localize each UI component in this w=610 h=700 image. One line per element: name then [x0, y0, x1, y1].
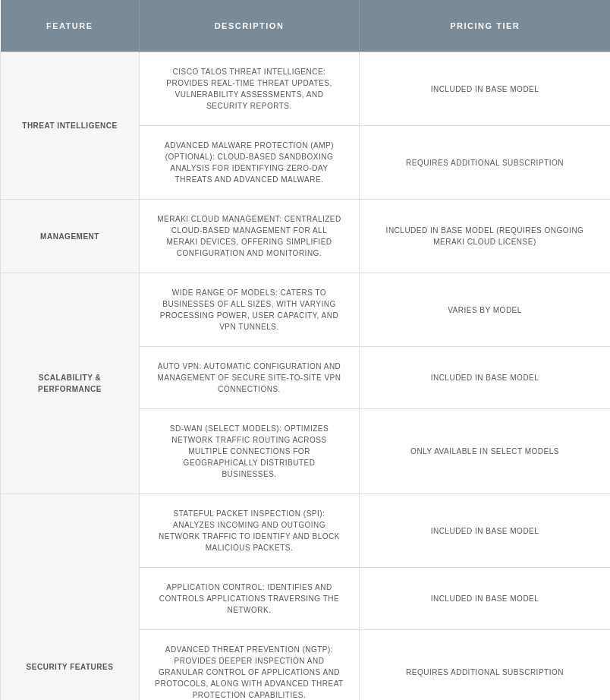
category-3: SECURITY FEATURES: [1, 494, 140, 701]
pricing-0-0: INCLUDED IN BASE MODEL: [360, 52, 611, 126]
header-description: DESCRIPTION: [140, 0, 360, 52]
pricing-2-2: ONLY AVAILABLE IN SELECT MODELS: [360, 409, 611, 494]
table-row: THREAT INTELLIGENCECISCO TALOS THREAT IN…: [1, 52, 611, 126]
table-row: SCALABILITY & PERFORMANCEWIDE RANGE OF M…: [1, 273, 611, 347]
header-row: FEATURE DESCRIPTION PRICING TIER: [1, 0, 611, 52]
table-row: SECURITY FEATURESSTATEFUL PACKET INSPECT…: [1, 494, 611, 568]
header-pricing: PRICING TIER: [360, 0, 611, 52]
description-2-1: AUTO VPN: AUTOMATIC CONFIGURATION AND MA…: [140, 347, 360, 409]
description-2-0: WIDE RANGE OF MODELS: CATERS TO BUSINESS…: [140, 273, 360, 347]
table-row: MANAGEMENTMERAKI CLOUD MANAGEMENT: CENTR…: [1, 200, 611, 273]
description-3-2: ADVANCED THREAT PREVENTION (NGTP): PROVI…: [140, 630, 360, 701]
pricing-3-0: INCLUDED IN BASE MODEL: [360, 494, 611, 568]
description-3-1: APPLICATION CONTROL: IDENTIFIES AND CONT…: [140, 568, 360, 630]
category-1: MANAGEMENT: [1, 200, 140, 273]
category-0: THREAT INTELLIGENCE: [1, 52, 140, 200]
description-0-1: ADVANCED MALWARE PROTECTION (AMP) (OPTIO…: [140, 126, 360, 200]
category-2: SCALABILITY & PERFORMANCE: [1, 273, 140, 494]
description-2-2: SD-WAN (SELECT MODELS): OPTIMIZES NETWOR…: [140, 409, 360, 494]
header-feature: FEATURE: [1, 0, 140, 52]
pricing-3-2: REQUIRES ADDITIONAL SUBSCRIPTION: [360, 630, 611, 701]
pricing-2-0: VARIES BY MODEL: [360, 273, 611, 347]
pricing-1-0: INCLUDED IN BASE MODEL (REQUIRES ONGOING…: [360, 200, 611, 273]
description-3-0: STATEFUL PACKET INSPECTION (SPI): ANALYZ…: [140, 494, 360, 568]
pricing-3-1: INCLUDED IN BASE MODEL: [360, 568, 611, 630]
pricing-0-1: REQUIRES ADDITIONAL SUBSCRIPTION: [360, 126, 611, 200]
pricing-2-1: INCLUDED IN BASE MODEL: [360, 347, 611, 409]
features-table: FEATURE DESCRIPTION PRICING TIER THREAT …: [0, 0, 610, 700]
description-1-0: MERAKI CLOUD MANAGEMENT: CENTRALIZED CLO…: [140, 200, 360, 273]
description-0-0: CISCO TALOS THREAT INTELLIGENCE: PROVIDE…: [140, 52, 360, 126]
